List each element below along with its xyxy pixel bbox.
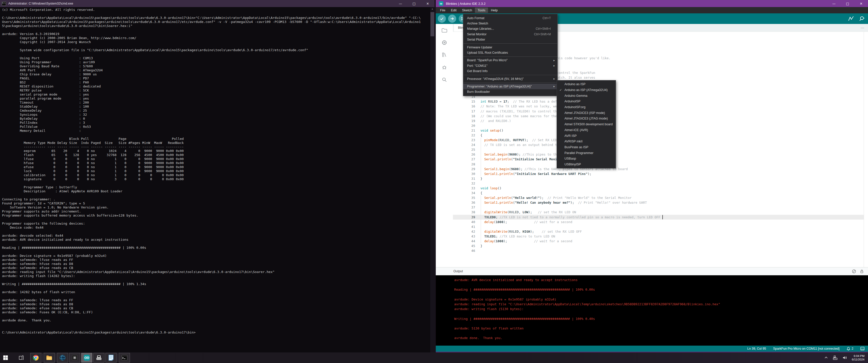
scroll-lock-icon[interactable] [860, 269, 864, 273]
code-line-36[interactable]: 36 Serial1.println("Hello! Can anybody h… [453, 200, 864, 205]
scrollbar-up-icon[interactable]: ▲ [430, 7, 434, 10]
code-line-43[interactable]: 43 TXLED1; //TX LED macro to turn LED ON [453, 234, 864, 239]
menu-item-programmer[interactable]: Programmer: "Arduino as ISP (ATmega32U4)… [463, 84, 557, 89]
code-line-45[interactable]: 45} [453, 243, 864, 248]
tray-chevron-up-icon[interactable] [824, 356, 828, 360]
ide-titlebar[interactable]: ∞ Blinkies | Arduino IDE 2.3.2 — □ ✕ [436, 0, 868, 7]
menu-item-board[interactable]: Board: "SparkFun Pro Micro"▸ [463, 58, 557, 63]
taskbar-item-command-prompt[interactable] [119, 353, 130, 363]
code-line-33[interactable]: 33void loop() [453, 186, 864, 191]
taskbar-item-chip-app[interactable] [69, 353, 80, 363]
programmer-option[interactable]: AVRISP mkII [557, 139, 616, 144]
taskbar-item-globe-browser[interactable] [57, 353, 68, 363]
task-view-button[interactable] [16, 353, 27, 363]
ide-maximize-button[interactable]: □ [841, 0, 855, 7]
menu-item-serial-monitor[interactable]: Serial MonitorCtrl+Shift+M [463, 32, 557, 37]
code-line-28[interactable]: 28 [453, 162, 864, 167]
code-line-38[interactable]: 38 digitalWrite(RXLED, LOW); // set the … [453, 210, 864, 214]
cursor-position[interactable]: Ln 39, Col 95 [747, 347, 766, 351]
code-line-40[interactable]: 40 delay(1000); // wait for a second [453, 220, 864, 224]
cmd-close-button[interactable]: ✕ [421, 0, 434, 7]
sidebar-item-library-manager[interactable] [436, 48, 453, 61]
programmer-option[interactable]: Parallel Programmer [557, 150, 616, 156]
programmer-option[interactable]: Atmel STK500 development board [557, 122, 616, 127]
code-line-42[interactable]: 42 digitalWrite(RXLED, HIGH); // set the… [453, 229, 864, 234]
sidebar-item-debug[interactable] [436, 61, 453, 73]
menu-item-processor[interactable]: Processor: "ATmega32U4 (5V, 16 MHz)"▸ [463, 76, 557, 81]
terminal-text[interactable]: (c) Microsoft Corporation. All rights re… [2, 8, 421, 334]
taskbar-item-device-tool[interactable] [93, 353, 104, 363]
serial-plotter-icon[interactable] [848, 15, 855, 22]
clear-output-icon[interactable] [852, 269, 856, 273]
programmer-option[interactable]: USBasp [557, 156, 616, 162]
code-line-16[interactable]: 16// Note: The TX LED was not so lucky, … [453, 104, 864, 109]
cmd-maximize-button[interactable]: □ [407, 0, 421, 7]
board-port-status[interactable]: SparkFun Pro Micro on COM11 [not connect… [773, 347, 839, 351]
tab-more-actions-icon[interactable]: ... [861, 25, 865, 29]
taskbar-item-chrome[interactable] [30, 353, 41, 363]
code-line-17[interactable]: 17// macros (TXLED1, TXLED0) to control … [453, 109, 864, 114]
code-line-39[interactable]: 39 TXLED0; //TX LED is not tied to a nor… [453, 215, 864, 220]
code-line-30[interactable]: 30 Serial1.println("Initialize Serial Ha… [453, 171, 864, 176]
sidebar-item-search[interactable] [436, 73, 453, 86]
taskbar-item-arduino-ide[interactable] [81, 353, 92, 363]
toggle-panel-button[interactable] [861, 347, 865, 351]
menu-item-auto-format[interactable]: Auto FormatCtrl+T [463, 15, 557, 21]
programmer-option[interactable]: BusPirate as ISP [557, 144, 616, 150]
upload-button[interactable] [448, 14, 456, 23]
code-line-31[interactable]: 31} [453, 176, 864, 181]
verify-button[interactable] [438, 14, 446, 23]
menu-item-burn-bootloader[interactable]: Burn Bootloader [463, 89, 557, 95]
serial-monitor-icon[interactable] [859, 15, 865, 22]
code-line-27[interactable]: 27 Serial.println("Initialize Serial Mon… [453, 157, 864, 162]
menu-help[interactable]: Help [488, 7, 500, 13]
menu-item-get-board-info[interactable]: Get Board Info [463, 69, 557, 74]
menu-item-archive-sketch[interactable]: Archive Sketch [463, 21, 557, 26]
code-line-46[interactable]: 46 [453, 248, 864, 253]
code-line-41[interactable]: 41 [453, 224, 864, 229]
menu-item-firmware-updater[interactable]: Firmware Updater [463, 45, 557, 50]
code-line-29[interactable]: 29 Serial1.begin(9600); //This is the UA… [453, 167, 864, 171]
code-line-32[interactable]: 32 [453, 181, 864, 186]
ide-minimize-button[interactable]: — [827, 0, 841, 7]
programmer-option[interactable]: Atmel-ICE (AVR) [557, 127, 616, 133]
notifications-bell[interactable]: 2 [846, 347, 854, 351]
cmd-scrollbar-thumb[interactable] [431, 12, 434, 36]
code-line-18[interactable]: 18// (We could use the same macros for t… [453, 114, 864, 119]
sidebar-item-boards-manager[interactable] [436, 36, 453, 48]
programmer-option[interactable]: AVR ISP [557, 133, 616, 139]
menu-edit[interactable]: Edit [448, 7, 459, 13]
cmd-titlebar[interactable]: Administrator: C:\Windows\System32\cmd.e… [0, 0, 434, 7]
code-line-21[interactable]: 21void setup() [453, 128, 864, 133]
code-line-20[interactable]: 20 [453, 123, 864, 128]
code-line-25[interactable]: 25 [453, 147, 864, 152]
code-line-15[interactable]: 15int RXLED = 17; // The RX LED has a de… [453, 99, 864, 104]
menu-file[interactable]: File [437, 7, 448, 13]
menu-tools[interactable]: Tools [475, 7, 488, 13]
ide-close-button[interactable]: ✕ [855, 0, 868, 7]
code-line-35[interactable]: 35 Serial.println("Hello world!"); // Pr… [453, 195, 864, 200]
output-console[interactable]: avrdude: AVR device initialized and read… [436, 275, 868, 345]
code-line-26[interactable]: 26 Serial.begin(9600); //This pipes to t… [453, 152, 864, 157]
code-line-37[interactable]: 37 [453, 205, 864, 210]
cmd-minimize-button[interactable]: — [394, 0, 407, 7]
programmer-option[interactable]: Atmel JTAGICE3 (ISP mode) [557, 110, 616, 116]
programmer-option[interactable]: Atmel JTAGICE3 (JTAG mode) [557, 116, 616, 122]
start-button[interactable] [0, 353, 11, 363]
menu-item-upload-ssl-certificates[interactable]: Upload SSL Root Certificates [463, 50, 557, 55]
sidebar-item-sketchbook[interactable] [436, 24, 453, 36]
code-line-34[interactable]: 34{ [453, 191, 864, 195]
programmer-option[interactable]: Arduino Gemma [557, 93, 616, 99]
menu-item-serial-plotter[interactable]: Serial Plotter [463, 37, 557, 42]
programmer-option[interactable]: USBtinyISP [557, 162, 616, 167]
code-line-22[interactable]: 22{ [453, 133, 864, 138]
taskbar-item-notepad[interactable] [105, 353, 117, 363]
taskbar-item-file-explorer[interactable] [44, 353, 55, 363]
menu-sketch[interactable]: Sketch [459, 7, 475, 13]
menu-item-port[interactable]: Port: "COM11"▸ [463, 63, 557, 68]
code-line-24[interactable]: 24 // TX LED is set as an output behind … [453, 142, 864, 147]
cmd-scrollbar[interactable]: ▲ [430, 7, 434, 353]
taskbar-clock[interactable]: 6:04 PM 6/11/2024 [852, 354, 865, 361]
programmer-option[interactable]: ArduinoISP.org [557, 104, 616, 110]
network-icon[interactable] [833, 356, 838, 360]
